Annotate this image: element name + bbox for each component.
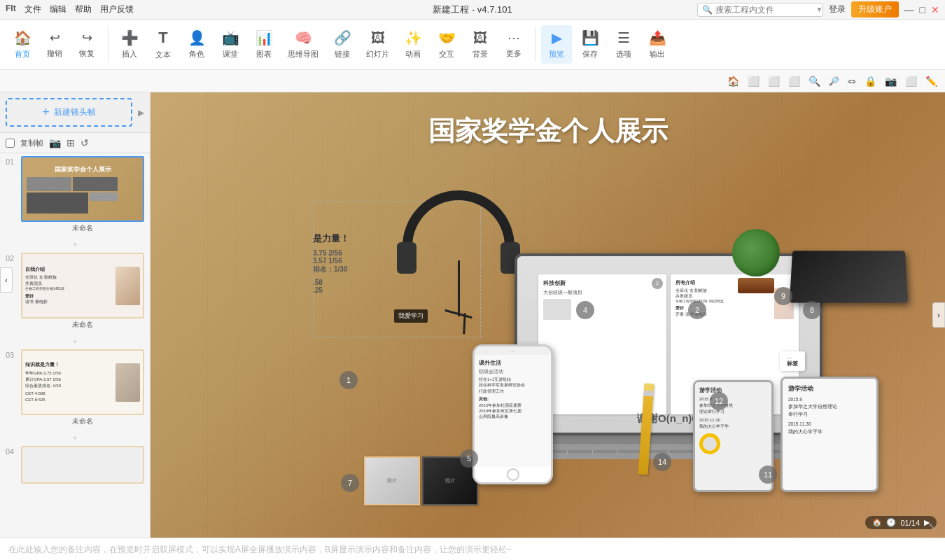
toolbar-slideshow[interactable]: 🖼 幻灯片 bbox=[360, 26, 395, 64]
bottom-panel: 在此处输入您的备注内容，在预览时开启双屏模式，可以实现A屏全屏播放演示内容，B屏… bbox=[0, 538, 945, 560]
frame-home-icon: 🏠 bbox=[872, 518, 882, 527]
toolbar-link[interactable]: 🔗 链接 bbox=[327, 25, 358, 64]
slide-title-02: 未命名 bbox=[21, 318, 144, 331]
badge-2: 2 bbox=[688, 301, 706, 319]
tablet-right[interactable]: 游学活动 2015.9 参加华之大学自然理论 举行学习 2015.11.30 我… bbox=[780, 377, 878, 492]
knowledge-stat2: 3.57 1/56 bbox=[313, 257, 349, 265]
toolbar-role[interactable]: 👤 角色 bbox=[181, 25, 212, 64]
toolbar-preview[interactable]: ▶ 预览 bbox=[541, 25, 572, 64]
search-dropdown-icon[interactable]: ▼ bbox=[816, 6, 823, 13]
login-button[interactable]: 登录 bbox=[829, 4, 846, 15]
toolbar-chart[interactable]: 📊 图表 bbox=[248, 25, 279, 64]
canvas-area[interactable]: 国家奖学金个人展示 是力量！ 3.75 2/56 3.57 1/56 排名：1/… bbox=[150, 92, 945, 538]
classroom-icon: 📺 bbox=[222, 29, 239, 46]
icon-square[interactable]: ⬜ bbox=[903, 74, 919, 89]
logo-text: FIt bbox=[6, 4, 16, 15]
toolbar-text[interactable]: T 文本 bbox=[148, 24, 178, 64]
slide-num-02: 02 bbox=[6, 253, 17, 262]
slide-item-01[interactable]: 01 国家奖学金个人展示 未命名 bbox=[6, 156, 144, 234]
bg-icon: 🖼 bbox=[473, 30, 487, 46]
icon-frame2[interactable]: ⬜ bbox=[766, 74, 782, 89]
menu-edit[interactable]: 编辑 bbox=[50, 4, 66, 15]
badge-9: 9 bbox=[774, 287, 792, 305]
toolbar-home[interactable]: 🏠 首页 bbox=[7, 25, 38, 64]
toolbar-bg[interactable]: 🖼 背景 bbox=[465, 26, 496, 64]
icon-zoom-in[interactable]: 🔍 bbox=[806, 74, 822, 89]
search-input[interactable] bbox=[715, 5, 813, 15]
toolbar-redo[interactable]: ↪ 恢复 bbox=[71, 26, 102, 63]
left-collapse-arrow[interactable]: ‹ bbox=[0, 267, 13, 293]
icon-lock[interactable]: 🔒 bbox=[862, 74, 878, 89]
copy-frame-label: 复制帧 bbox=[20, 138, 43, 148]
close-button[interactable]: ✕ bbox=[931, 4, 939, 15]
canvas-title[interactable]: 国家奖学金个人展示 bbox=[428, 113, 668, 149]
toolbar-undo[interactable]: ↩ 撤销 bbox=[39, 26, 70, 63]
slide-thumb-02[interactable]: 自我介绍 全班化 女 朝鲜族 共青团员 生物工程学院生物1401班 爱好 读书 … bbox=[21, 253, 144, 318]
slide-title-03: 未命名 bbox=[21, 415, 144, 428]
icon-frame1[interactable]: ⬜ bbox=[746, 74, 762, 89]
chart-icon: 📊 bbox=[255, 29, 273, 46]
toolbar-classroom[interactable]: 📺 课堂 bbox=[215, 25, 246, 64]
menu-help[interactable]: 帮助 bbox=[75, 4, 92, 15]
camera-tool-icon[interactable]: 📷 bbox=[49, 137, 61, 148]
toolbar-sep-1 bbox=[108, 27, 108, 62]
slide-thumb-01[interactable]: 国家奖学金个人展示 bbox=[21, 156, 144, 222]
tablet-right-screen: 游学活动 2015.9 参加华之大学自然理论 举行学习 2015.11.30 我… bbox=[783, 379, 876, 490]
new-frame-button[interactable]: + 新建镜头帧 bbox=[6, 98, 132, 127]
icon-zoom-out[interactable]: 🔎 bbox=[827, 74, 841, 88]
slide-thumb-04[interactable] bbox=[21, 446, 144, 484]
toolbar-mindmap[interactable]: 🧠 思维导图 bbox=[282, 25, 324, 64]
toolbar-more[interactable]: ⋯ 更多 bbox=[498, 26, 529, 63]
icon-camera[interactable]: 📷 bbox=[883, 74, 899, 89]
crop-tool-icon[interactable]: ⊞ bbox=[66, 137, 75, 148]
slide-sep-02: + bbox=[6, 334, 144, 349]
tag-item: — 标签 bbox=[780, 351, 805, 371]
search-box[interactable]: 🔍 ▼ bbox=[697, 3, 823, 17]
toolbar-interact[interactable]: 🤝 交互 bbox=[431, 25, 462, 64]
link-icon: 🔗 bbox=[334, 29, 351, 46]
icon-edit[interactable]: ✏️ bbox=[923, 74, 939, 89]
rotate-tool-icon[interactable]: ↺ bbox=[80, 137, 89, 148]
upgrade-button[interactable]: 升级账户 bbox=[851, 1, 899, 18]
minimize-button[interactable]: — bbox=[904, 4, 914, 15]
toolbar-insert[interactable]: ➕ 插入 bbox=[114, 25, 145, 64]
menu-feedback[interactable]: 用户反馈 bbox=[100, 4, 134, 15]
interact-icon: 🤝 bbox=[438, 29, 456, 46]
phone-card[interactable]: ..... 课外生活 院级会活动 担任1+1互进组始 担任科学军发展研究协会 行… bbox=[472, 344, 553, 484]
maximize-button[interactable]: □ bbox=[920, 4, 925, 15]
slideshow-icon: 🖼 bbox=[371, 30, 385, 46]
text-icon: T bbox=[158, 29, 167, 47]
laptop-card-badge: 2 bbox=[652, 278, 663, 289]
toolbar-animate[interactable]: ✨ 动画 bbox=[398, 25, 428, 64]
slide-item-04[interactable]: 04 bbox=[6, 446, 144, 484]
slide-thumb-03[interactable]: 知识就是力量！ 学年GPA:3.75 1/56 累计GPA:3.57 1/56 … bbox=[21, 349, 144, 415]
right-collapse-arrow[interactable]: › bbox=[932, 302, 945, 328]
slide-sep-01: + bbox=[6, 237, 144, 253]
search-icon: 🔍 bbox=[702, 5, 713, 15]
sidebar-header: + 新建镜头帧 ▶ bbox=[0, 92, 150, 133]
frame-counter-text: 01/14 bbox=[900, 519, 920, 527]
icon-fit[interactable]: ⇔ bbox=[846, 74, 858, 89]
icon-toolbar: 🏠 ⬜ ⬜ ⬜ 🔍 🔎 ⇔ 🔒 📷 ⬜ ✏️ bbox=[0, 70, 945, 92]
slide-item-03[interactable]: 03 知识就是力量！ 学年GPA:3.75 1/56 累计GPA:3.57 1/… bbox=[6, 349, 144, 428]
toolbar-export[interactable]: 📤 输出 bbox=[642, 25, 673, 64]
icon-frame3[interactable]: ⬜ bbox=[786, 74, 802, 89]
video-label: 我爱学习 bbox=[394, 309, 428, 323]
photo-card-1[interactable]: 照片 bbox=[364, 456, 420, 505]
title-right-controls: 🔍 ▼ 登录 升级账户 — □ ✕ bbox=[697, 1, 939, 18]
toolbar-options[interactable]: ☰ 选项 bbox=[608, 25, 639, 64]
slide-item-02[interactable]: 02 自我介绍 全班化 女 朝鲜族 共青团员 生物工程学院生物1401班 爱好 … bbox=[6, 253, 144, 331]
phone-screen: 课外生活 院级会活动 担任1+1互进组始 担任科学军发展研究协会 行政管理工作 … bbox=[475, 355, 551, 467]
sidebar-dropdown-icon[interactable]: ▶ bbox=[138, 108, 144, 118]
notes-area[interactable]: 在此处输入您的备注内容，在预览时开启双屏模式，可以实现A屏全屏播放演示内容，B屏… bbox=[0, 538, 945, 560]
menu-file[interactable]: 文件 bbox=[24, 4, 41, 15]
app-title: 新建工程 - v4.7.101 bbox=[433, 4, 512, 16]
title-bar: FIt 文件 编辑 帮助 用户反馈 新建工程 - v4.7.101 🔍 ▼ 登录… bbox=[0, 0, 945, 20]
badge-7: 7 bbox=[341, 474, 359, 492]
frame-clock-icon: 🕐 bbox=[886, 518, 896, 527]
icon-home2[interactable]: 🏠 bbox=[725, 74, 741, 89]
knowledge-rank: 排名：1/30 bbox=[313, 265, 349, 274]
main-toolbar: 🏠 首页 ↩ 撤销 ↪ 恢复 ➕ 插入 T 文本 👤 角色 📺 课堂 📊 图表 … bbox=[0, 20, 945, 70]
toolbar-save[interactable]: 💾 保存 bbox=[575, 25, 606, 64]
copy-frame-checkbox[interactable] bbox=[6, 139, 15, 148]
